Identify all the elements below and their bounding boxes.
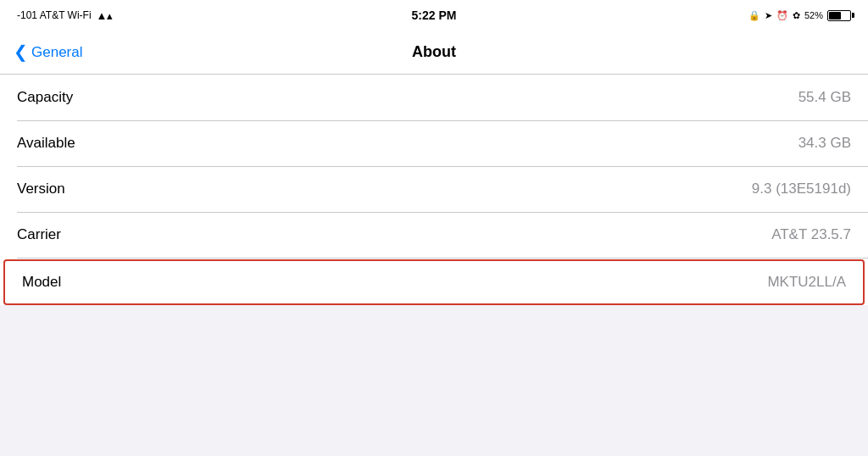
capacity-label: Capacity (17, 89, 73, 106)
capacity-value: 55.4 GB (798, 89, 851, 106)
battery-icon (827, 10, 851, 21)
available-value: 34.3 GB (798, 135, 851, 152)
wifi-icon: ▲▴ (97, 9, 114, 22)
model-row: Model MKTU2LL/A (3, 259, 865, 305)
version-value: 9.3 (13E5191d) (752, 181, 851, 197)
carrier-label: Carrier (17, 226, 61, 243)
nav-bar: ❮ General About (0, 31, 868, 75)
status-time: 5:22 PM (412, 8, 457, 22)
carrier-row: Carrier AT&T 23.5.7 (0, 212, 868, 258)
settings-list: Capacity 55.4 GB Available 34.3 GB Versi… (0, 75, 868, 305)
available-label: Available (17, 135, 75, 152)
carrier-text: -101 AT&T Wi-Fi (17, 9, 92, 21)
lock-icon: 🔒 (748, 10, 760, 21)
model-label: Model (22, 274, 61, 291)
bluetooth-icon: ✿ (793, 10, 800, 21)
status-carrier-wifi: -101 AT&T Wi-Fi ▲▴ (17, 9, 113, 22)
status-bar: -101 AT&T Wi-Fi ▲▴ 5:22 PM 🔒 ➤ ⏰ ✿ 52% (0, 0, 868, 31)
location-icon: ➤ (765, 10, 772, 21)
chevron-left-icon: ❮ (14, 43, 28, 60)
alarm-icon: ⏰ (776, 10, 788, 21)
page-title: About (412, 43, 456, 61)
version-row: Version 9.3 (13E5191d) (0, 166, 868, 212)
carrier-value: AT&T 23.5.7 (771, 226, 851, 243)
available-row: Available 34.3 GB (0, 120, 868, 166)
back-button[interactable]: ❮ General (14, 44, 82, 61)
model-value: MKTU2LL/A (767, 274, 846, 291)
back-label: General (31, 44, 82, 61)
status-icons: 🔒 ➤ ⏰ ✿ 52% (748, 10, 851, 21)
version-label: Version (17, 181, 65, 197)
battery-percent-text: 52% (804, 10, 823, 20)
capacity-row: Capacity 55.4 GB (0, 75, 868, 120)
